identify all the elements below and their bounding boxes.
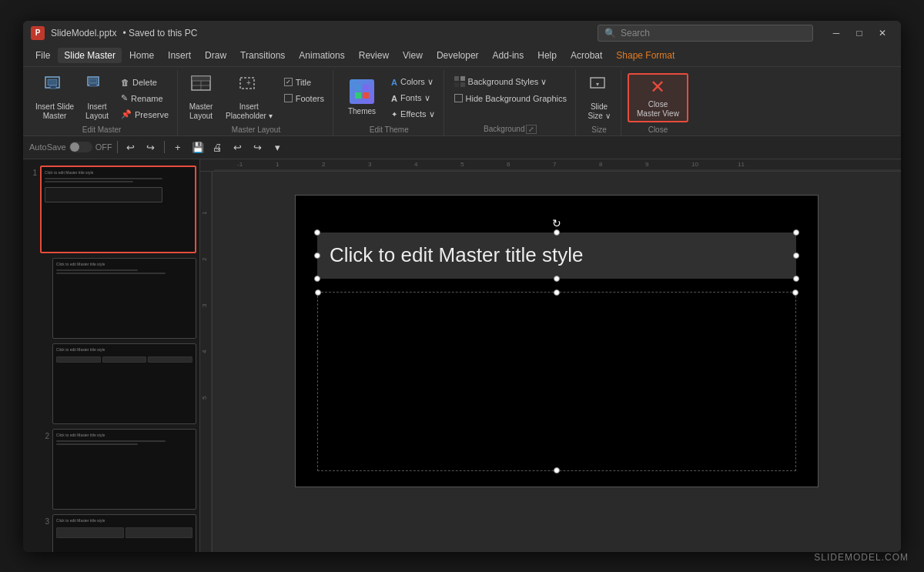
slide-size-icon: ▾ (588, 74, 610, 100)
slide-row-sub1b: Click to edit Master title style (26, 343, 196, 424)
handle-bottom-right[interactable] (793, 276, 799, 282)
footers-checkbox[interactable] (284, 94, 293, 102)
handle-left-mid[interactable] (314, 253, 320, 259)
fonts-button[interactable]: A Fonts ∨ (387, 91, 438, 106)
slide-thumb-1[interactable]: Click to edit Master title style (40, 166, 196, 253)
menu-animations[interactable]: Animations (293, 48, 350, 63)
content-textbox[interactable] (317, 292, 796, 471)
svg-rect-15 (363, 92, 369, 99)
background-styles-button[interactable]: Background Styles ∨ (450, 75, 571, 90)
ruler-vertical: 1 2 3 4 5 (200, 172, 213, 552)
minimize-button[interactable]: ─ (825, 25, 847, 41)
preserve-button[interactable]: 📌 Preserve (117, 107, 172, 122)
svg-rect-4 (89, 79, 97, 83)
menu-addins[interactable]: Add-ins (487, 48, 531, 63)
delete-button[interactable]: 🗑 Delete (117, 75, 172, 90)
slide-thumb-sub1b[interactable]: Click to edit Master title style (52, 343, 196, 424)
menu-review[interactable]: Review (353, 48, 395, 63)
svg-text:9: 9 (645, 161, 649, 168)
close-master-label: CloseMaster View (637, 100, 679, 119)
svg-text:5: 5 (201, 396, 208, 400)
handle-bottom-mid[interactable] (554, 276, 560, 282)
menu-developer[interactable]: Developer (430, 48, 485, 63)
svg-rect-1 (48, 79, 57, 85)
slide-thumb-content-2 (53, 439, 196, 509)
menu-draw[interactable]: Draw (199, 48, 233, 63)
menu-home[interactable]: Home (123, 48, 160, 63)
ribbon-group-edit-master: Insert SlideMaster InsertLayout (26, 70, 178, 135)
search-bar[interactable]: 🔍 Search (598, 25, 813, 42)
effects-button[interactable]: ✦ Effects ∨ (387, 107, 438, 122)
slide-thumb-sub1a[interactable]: Click to edit Master title style (52, 258, 196, 339)
svg-rect-5 (89, 84, 97, 86)
svg-text:6: 6 (507, 161, 511, 168)
themes-button[interactable]: Themes (340, 73, 384, 122)
content-handle-bm[interactable] (554, 467, 560, 473)
hide-bg-graphics-label: Hide Background Graphics (466, 94, 567, 103)
menu-acrobat[interactable]: Acrobat (564, 48, 608, 63)
svg-rect-14 (355, 92, 361, 99)
hide-bg-graphics-row[interactable]: Hide Background Graphics (450, 91, 571, 106)
thumb-line-sub1a-1 (56, 269, 138, 271)
close-button[interactable]: ✕ (872, 25, 893, 41)
redo-button[interactable]: ↪ (142, 139, 159, 156)
master-layout-button[interactable]: MasterLayout (184, 73, 218, 122)
svg-rect-17 (460, 76, 465, 81)
svg-rect-19 (460, 82, 465, 87)
canvas-title-text: Click to edit Master title style (330, 243, 583, 267)
content-handle-tm[interactable] (554, 289, 560, 296)
slide-row-3: 3 Click to edit Master title style (26, 514, 196, 551)
hide-bg-graphics-checkbox[interactable] (454, 94, 463, 102)
menu-help[interactable]: Help (531, 48, 563, 63)
thumb-line-2-2 (56, 443, 138, 445)
undo-2-button[interactable]: ↩ (229, 139, 246, 156)
new-slide-qa-button[interactable]: + (169, 139, 186, 156)
menu-insert[interactable]: Insert (162, 48, 197, 63)
handle-right-mid[interactable] (793, 253, 799, 259)
menu-view[interactable]: View (397, 48, 429, 63)
insert-layout-button[interactable]: InsertLayout (80, 73, 114, 122)
insert-placeholder-icon: + (238, 74, 259, 100)
menu-slide-master[interactable]: Slide Master (58, 48, 122, 63)
maximize-button[interactable]: □ (849, 25, 870, 41)
rename-button[interactable]: ✎ Rename (117, 91, 172, 106)
title-checkbox-row[interactable]: Title (280, 75, 328, 90)
slide-canvas[interactable]: ↻ Click to edit Master (295, 195, 819, 487)
close-master-view-button[interactable]: ✕ CloseMaster View (628, 73, 688, 122)
svg-text:2: 2 (201, 257, 208, 261)
handle-top-right[interactable] (793, 229, 799, 236)
slide-size-button[interactable]: ▾ SlideSize ∨ (582, 73, 616, 122)
redo-2-button[interactable]: ↪ (249, 139, 266, 156)
master-layout-checkboxes: Title Footers (280, 73, 328, 106)
svg-text:1: 1 (201, 211, 208, 215)
handle-bottom-left[interactable] (314, 276, 320, 282)
background-expand-icon[interactable]: ⤢ (526, 125, 537, 134)
svg-text:3: 3 (368, 161, 372, 168)
insert-placeholder-button[interactable]: + InsertPlaceholder ▾ (221, 73, 277, 122)
title-textbox[interactable]: Click to edit Master title style (317, 232, 796, 279)
colors-button[interactable]: A Colors ∨ (387, 75, 438, 90)
content-handle-tl[interactable] (315, 289, 321, 296)
handle-top-mid[interactable] (554, 229, 560, 236)
preserve-label: Preserve (135, 110, 169, 119)
slide-number-3: 3 (38, 514, 49, 526)
canvas-scroll-area[interactable]: ↻ Click to edit Master (213, 172, 901, 552)
delete-label: Delete (132, 78, 157, 87)
rotation-handle[interactable]: ↻ (552, 217, 561, 229)
slide-thumb-3[interactable]: Click to edit Master title style (52, 514, 196, 551)
menu-file[interactable]: File (29, 48, 56, 63)
menu-transitions[interactable]: Transitions (234, 48, 291, 63)
colors-icon: A (391, 78, 397, 87)
menu-shape-format[interactable]: Shape Format (610, 48, 681, 63)
footers-checkbox-row[interactable]: Footers (280, 91, 328, 106)
more-qa-button[interactable]: ▾ (270, 139, 286, 156)
title-checkbox[interactable] (284, 78, 293, 86)
slide-thumb-2[interactable]: Click to edit Master title style (52, 429, 196, 510)
content-handle-tr[interactable] (792, 289, 798, 296)
handle-top-left[interactable] (314, 229, 320, 236)
autosave-toggle[interactable] (69, 142, 92, 152)
insert-slide-master-button[interactable]: Insert SlideMaster (31, 73, 79, 122)
print-qa-button[interactable]: 🖨 (209, 139, 226, 156)
save-qa-button[interactable]: 💾 (189, 139, 206, 156)
undo-button[interactable]: ↩ (122, 139, 139, 156)
